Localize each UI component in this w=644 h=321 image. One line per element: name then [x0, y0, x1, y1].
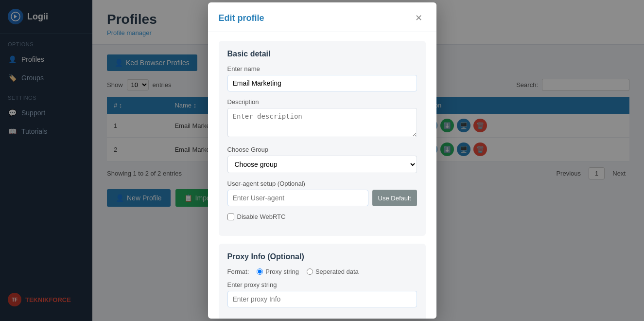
basic-detail-section: Basic detail Enter name Description Choo…: [219, 41, 426, 236]
proxy-string-group: Enter proxy string: [227, 281, 417, 307]
modal-close-button[interactable]: ✕: [412, 11, 426, 25]
proxy-string-radio-label[interactable]: Proxy string: [257, 268, 299, 275]
webrtc-group: Disable WebRTC: [227, 213, 417, 220]
name-group: Enter name: [227, 65, 417, 91]
group-group: Choose Group Choose group: [227, 146, 417, 173]
useragent-label: User-agent setup (Optional): [227, 180, 417, 187]
group-label: Choose Group: [227, 146, 417, 153]
separated-data-radio-label[interactable]: Seperated data: [307, 268, 359, 275]
useragent-row: Use Default: [227, 190, 417, 206]
proxy-string-input[interactable]: [227, 291, 417, 307]
proxy-info-section: Proxy Info (Optional) Format: Proxy stri…: [219, 244, 426, 319]
name-input[interactable]: [227, 75, 417, 91]
proxy-string-radio[interactable]: [257, 268, 263, 275]
disable-webrtc-checkbox[interactable]: [227, 214, 234, 220]
format-row: Format: Proxy string Seperated data: [227, 268, 417, 275]
name-label: Enter name: [227, 65, 417, 72]
group-select[interactable]: Choose group: [227, 156, 417, 173]
description-label: Description: [227, 98, 417, 106]
proxy-section-title: Proxy Info (Optional): [227, 252, 417, 261]
useragent-group: User-agent setup (Optional) Use Default: [227, 180, 417, 206]
modal-header: Edit profile ✕: [208, 2, 436, 32]
description-textarea[interactable]: [227, 108, 417, 137]
basic-section-title: Basic detail: [227, 50, 417, 58]
useragent-input[interactable]: [227, 190, 368, 206]
modal-title: Edit profile: [219, 13, 264, 23]
description-group: Description: [227, 98, 417, 139]
modal-body: Basic detail Enter name Description Choo…: [208, 32, 436, 319]
edit-profile-modal: Edit profile ✕ Basic detail Enter name D…: [208, 2, 436, 319]
format-label: Format:: [227, 268, 249, 275]
separated-data-radio[interactable]: [307, 268, 313, 275]
disable-webrtc-label[interactable]: Disable WebRTC: [227, 213, 417, 220]
proxy-string-input-label: Enter proxy string: [227, 281, 417, 288]
use-default-button[interactable]: Use Default: [372, 190, 417, 206]
